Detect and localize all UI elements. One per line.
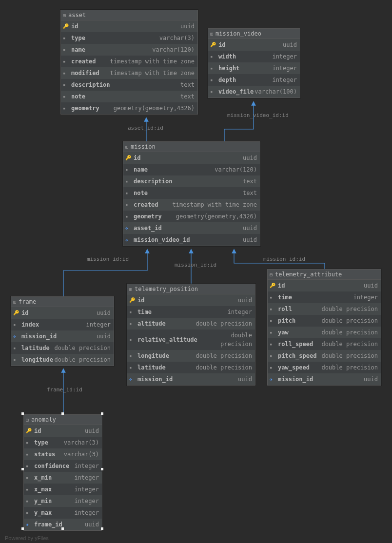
column-row[interactable]: ⬗mission_iduuid bbox=[11, 330, 114, 342]
column-row[interactable]: ▪heightinteger bbox=[208, 62, 300, 74]
column-type: double precision bbox=[197, 331, 252, 349]
selection-handle[interactable] bbox=[61, 527, 64, 530]
selection-handle[interactable] bbox=[101, 412, 103, 415]
pk-icon: 🔑 bbox=[210, 40, 217, 49]
column-row[interactable]: ▪pitchdouble precision bbox=[268, 315, 381, 327]
column-row[interactable]: 🔑iduuid bbox=[208, 39, 300, 51]
column-name: name bbox=[134, 165, 148, 174]
column-row[interactable]: ▪widthinteger bbox=[208, 51, 300, 62]
column-name: mission_video_id bbox=[134, 235, 190, 244]
column-type: integer bbox=[272, 64, 297, 73]
table-header[interactable]: ⊞anomaly bbox=[24, 415, 102, 425]
selection-handle[interactable] bbox=[21, 412, 24, 415]
selection-handle[interactable] bbox=[21, 468, 24, 470]
column-row[interactable]: ▪depthinteger bbox=[208, 74, 300, 86]
column-icon: ▪ bbox=[270, 293, 276, 302]
column-type: double precision bbox=[54, 344, 111, 352]
column-name: id bbox=[134, 154, 140, 162]
column-row[interactable]: 🔑iduuid bbox=[268, 280, 381, 291]
column-row[interactable]: ▪confidenceinteger bbox=[24, 460, 102, 472]
column-row[interactable]: ▪x_mininteger bbox=[24, 472, 102, 484]
column-icon: ▪ bbox=[63, 69, 70, 78]
table-telemetry-attribute[interactable]: ⊞telemetry_attribute🔑iduuid▪timeinteger▪… bbox=[267, 269, 381, 386]
column-row[interactable]: ▪geometrygeometry(geometry,4326) bbox=[123, 211, 260, 222]
column-name: status bbox=[34, 450, 55, 459]
column-row[interactable]: ▪latitudedouble precision bbox=[11, 342, 114, 354]
selection-handle[interactable] bbox=[21, 527, 24, 530]
table-anomaly[interactable]: ⊞anomaly🔑iduuid▪typevarchar(3)▪statusvar… bbox=[23, 414, 102, 531]
column-row[interactable]: ▪typevarchar(3) bbox=[24, 437, 102, 448]
column-row[interactable]: ▪geometrygeometry(geometry,4326) bbox=[61, 102, 197, 114]
column-row[interactable]: ▪modifiedtimestamp with time zone bbox=[61, 67, 197, 79]
column-row[interactable]: ▪altitudedouble precision bbox=[127, 318, 255, 330]
column-row[interactable]: ▪y_mininteger bbox=[24, 495, 102, 507]
pk-icon: 🔑 bbox=[129, 296, 136, 305]
column-type: timestamp with time zone bbox=[173, 200, 257, 209]
column-row[interactable]: 🔑iduuid bbox=[11, 307, 114, 319]
table-header[interactable]: ⊞asset bbox=[61, 10, 197, 20]
column-row[interactable]: 🔑iduuid bbox=[61, 20, 197, 32]
column-row[interactable]: ▪y_maxinteger bbox=[24, 507, 102, 519]
column-row[interactable]: ▪notetext bbox=[61, 91, 197, 102]
table-icon: ⊞ bbox=[129, 287, 132, 292]
column-row[interactable]: ▪timeinteger bbox=[127, 306, 255, 318]
column-icon: ▪ bbox=[26, 462, 33, 470]
column-row[interactable]: ▪createdtimestamp with time zone bbox=[61, 56, 197, 67]
column-row[interactable]: ▪video_filevarchar(100) bbox=[208, 86, 300, 97]
selection-handle[interactable] bbox=[61, 412, 64, 415]
column-row[interactable]: ▪namevarchar(120) bbox=[123, 164, 260, 175]
column-row[interactable]: ▪longitudedouble precision bbox=[11, 354, 114, 366]
column-row[interactable]: ▪indexinteger bbox=[11, 319, 114, 330]
column-row[interactable]: ⬗asset_iduuid bbox=[123, 222, 260, 234]
selection-handle[interactable] bbox=[101, 468, 103, 470]
fk-icon: ⬗ bbox=[270, 375, 276, 384]
column-row[interactable]: ▪namevarchar(120) bbox=[61, 44, 197, 56]
table-mission-video[interactable]: ⊞mission_video🔑iduuid▪widthinteger▪heigh… bbox=[208, 28, 300, 98]
table-header[interactable]: ⊞frame bbox=[11, 297, 114, 307]
column-row[interactable]: ▪descriptiontext bbox=[61, 79, 197, 91]
column-row[interactable]: ▪createdtimestamp with time zone bbox=[123, 199, 260, 211]
column-icon: ▪ bbox=[125, 177, 132, 186]
column-name: x_min bbox=[34, 473, 52, 482]
column-row[interactable]: ⬗mission_video_iduuid bbox=[123, 234, 260, 246]
column-row[interactable]: ▪yawdouble precision bbox=[268, 327, 381, 338]
table-mission[interactable]: ⊞mission🔑iduuid▪namevarchar(120)▪descrip… bbox=[123, 141, 260, 246]
table-asset[interactable]: ⊞asset🔑iduuid▪typevarchar(3)▪namevarchar… bbox=[60, 10, 198, 115]
column-row[interactable]: ▪typevarchar(3) bbox=[61, 32, 197, 44]
column-row[interactable]: ▪yaw_speeddouble precision bbox=[268, 362, 381, 373]
column-row[interactable]: ⬗mission_iduuid bbox=[268, 373, 381, 385]
column-row[interactable]: ▪rolldouble precision bbox=[268, 303, 381, 315]
column-type: uuid bbox=[283, 40, 297, 49]
column-name: x_max bbox=[34, 485, 52, 494]
column-name: latitude bbox=[137, 363, 166, 372]
column-row[interactable]: ▪notetext bbox=[123, 187, 260, 199]
edge-label: mission_id:id bbox=[263, 256, 305, 262]
fk-icon: ⬗ bbox=[125, 224, 132, 233]
column-type: double precision bbox=[196, 351, 252, 360]
column-row[interactable]: ▪x_maxinteger bbox=[24, 484, 102, 495]
table-frame[interactable]: ⊞frame🔑iduuid▪indexinteger⬗mission_iduui… bbox=[11, 296, 114, 366]
column-name: yaw bbox=[278, 328, 289, 337]
table-header[interactable]: ⊞mission_video bbox=[208, 29, 300, 39]
column-name: video_file bbox=[218, 87, 254, 96]
table-name: telemetry_attribute bbox=[275, 271, 342, 278]
column-row[interactable]: 🔑iduuid bbox=[123, 152, 260, 164]
table-header[interactable]: ⊞telemetry_position bbox=[127, 284, 255, 294]
column-name: geometry bbox=[134, 212, 162, 221]
column-row[interactable]: ▪roll_speeddouble precision bbox=[268, 338, 381, 350]
column-row[interactable]: ▪latitudedouble precision bbox=[127, 362, 255, 373]
column-row[interactable]: ▪longitudedouble precision bbox=[127, 350, 255, 362]
column-row[interactable]: ▪pitch_speeddouble precision bbox=[268, 350, 381, 362]
column-row[interactable]: 🔑iduuid bbox=[127, 294, 255, 306]
table-telemetry-position[interactable]: ⊞telemetry_position🔑iduuid▪timeinteger▪a… bbox=[127, 284, 255, 386]
table-header[interactable]: ⊞mission bbox=[123, 142, 260, 152]
column-row[interactable]: ▪descriptiontext bbox=[123, 175, 260, 187]
table-header[interactable]: ⊞telemetry_attribute bbox=[268, 270, 381, 280]
selection-handle[interactable] bbox=[101, 527, 103, 530]
column-row[interactable]: ⬗mission_iduuid bbox=[127, 373, 255, 385]
column-type: double precision bbox=[54, 355, 111, 364]
column-row[interactable]: ▪timeinteger bbox=[268, 291, 381, 303]
column-row[interactable]: ▪statusvarchar(3) bbox=[24, 448, 102, 460]
column-row[interactable]: 🔑iduuid bbox=[24, 425, 102, 437]
column-row[interactable]: ▪relative_altitudedouble precision bbox=[127, 330, 255, 350]
